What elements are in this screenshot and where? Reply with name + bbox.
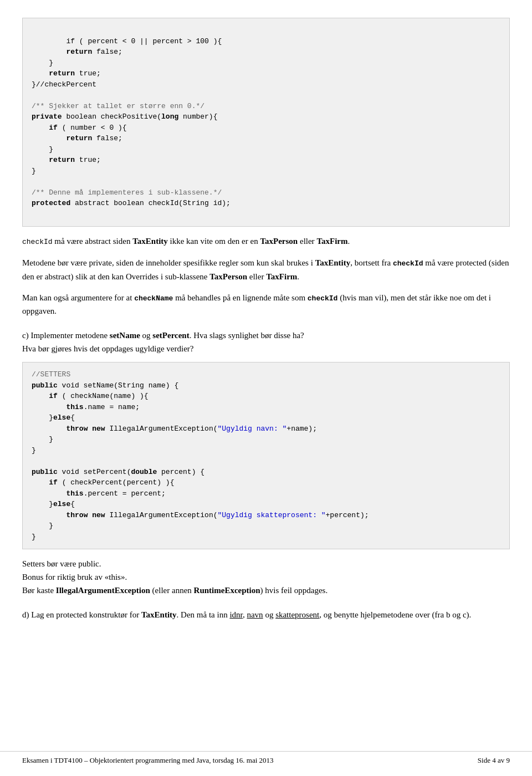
prose-checkname: Man kan også argumentere for at checkNam… — [22, 291, 510, 318]
code-block-1: if ( percent < 0 || percent > 100 ){ ret… — [22, 18, 510, 227]
page-content: if ( percent < 0 || percent > 100 ){ ret… — [0, 0, 532, 660]
code-block-2: //SETTERS public void setName(String nam… — [22, 362, 510, 549]
page-footer: Eksamen i TDT4100 – Objektorientert prog… — [0, 751, 532, 765]
section-d-heading: d) Lag en protected konstruktør for TaxE… — [22, 608, 510, 621]
section-c-heading: c) Implementer metodene setName og setPe… — [22, 329, 510, 355]
prose-setters: Setters bør være public. Bonus for rikti… — [22, 557, 510, 597]
prose-methods: Metodene bør være private, siden de inne… — [22, 256, 510, 283]
footer-left: Eksamen i TDT4100 – Objektorientert prog… — [22, 756, 274, 765]
footer-right: Side 4 av 9 — [478, 756, 510, 765]
prose-checkid: checkId må være abstract siden TaxEntity… — [22, 234, 510, 248]
